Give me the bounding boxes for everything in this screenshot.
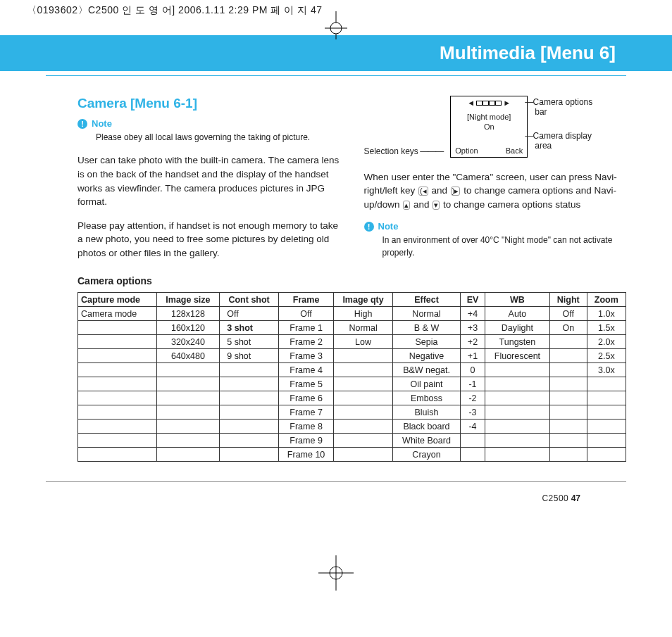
table-header: Cont shot xyxy=(220,293,279,307)
table-cell xyxy=(78,349,157,363)
night-mode-label: [Night mode] xyxy=(451,112,527,122)
table-cell: 2.5x xyxy=(587,349,626,363)
footer-model: C2500 xyxy=(542,493,568,503)
night-mode-value: On xyxy=(451,122,527,132)
nav-up-icon: ▴ xyxy=(403,201,410,210)
table-cell xyxy=(485,363,549,377)
table-cell xyxy=(220,377,279,391)
table-cell xyxy=(549,377,587,391)
table-cell xyxy=(334,377,393,391)
table-cell xyxy=(485,377,549,391)
table-header: Frame xyxy=(279,293,334,307)
note-label: Note xyxy=(378,221,399,232)
table-cell: 320x240 xyxy=(156,335,220,349)
table-header: Capture mode xyxy=(78,293,157,307)
table-cell: Crayon xyxy=(392,448,460,462)
table-header: Image size xyxy=(156,293,220,307)
table-cell: Frame 8 xyxy=(279,420,334,434)
table-cell: Auto xyxy=(485,307,549,321)
table-cell: Bluish xyxy=(392,405,460,420)
table-cell xyxy=(220,363,279,377)
table-cell xyxy=(334,349,393,363)
crop-mark-top xyxy=(0,17,672,35)
table-cell: +4 xyxy=(461,307,485,321)
softkey-back: Back xyxy=(506,146,523,155)
table-header: WB xyxy=(485,293,549,307)
table-cell xyxy=(461,434,485,448)
paragraph-3: When user enter the "Camera" screen, use… xyxy=(364,170,627,212)
table-row: Frame 10Crayon xyxy=(78,448,626,462)
table-cell xyxy=(156,363,220,377)
arrow-right-icon: ► xyxy=(503,99,511,107)
paragraph-2: Please pay attention, if handset is not … xyxy=(77,219,340,260)
table-cell: 0 xyxy=(461,363,485,377)
table-cell xyxy=(549,420,587,434)
table-cell xyxy=(549,448,587,462)
table-cell xyxy=(156,448,220,462)
table-header: EV xyxy=(461,293,485,307)
table-cell: 5 shot xyxy=(220,335,279,349)
nav-down-icon: ▾ xyxy=(433,201,440,210)
softkey-option: Option xyxy=(455,146,478,155)
table-row: 320x2405 shotFrame 2LowSepia+2Tungsten2.… xyxy=(78,335,626,349)
table-row: 640x4809 shotFrame 3Negative+1Fluorescen… xyxy=(78,349,626,363)
table-cell: Frame 4 xyxy=(279,363,334,377)
arrow-left-icon: ◄ xyxy=(467,99,475,107)
note-text-1: Please obey all local laws governing the… xyxy=(96,132,340,144)
table-cell xyxy=(220,448,279,462)
table-cell: Frame 2 xyxy=(279,335,334,349)
table-cell xyxy=(156,377,220,391)
table-cell: -4 xyxy=(461,420,485,434)
table-cell: 2.0x xyxy=(587,335,626,349)
table-cell: Frame 6 xyxy=(279,391,334,405)
table-cell: Camera mode xyxy=(78,307,157,321)
table-cell xyxy=(78,405,157,420)
table-cell xyxy=(156,405,220,420)
table-cell: 1.0x xyxy=(587,307,626,321)
table-cell xyxy=(461,448,485,462)
table-cell: -1 xyxy=(461,377,485,391)
table-header: Image qty xyxy=(334,293,393,307)
table-cell: Frame 9 xyxy=(279,434,334,448)
crop-mark-bottom xyxy=(0,506,672,614)
note-label: Note xyxy=(92,118,112,129)
table-cell: 128x128 xyxy=(156,307,220,321)
table-cell: Off xyxy=(220,307,279,321)
camera-options-subhead: Camera options xyxy=(77,275,340,286)
table-cell: High xyxy=(334,307,393,321)
table-cell: Frame 1 xyxy=(279,321,334,335)
table-cell xyxy=(587,377,626,391)
table-cell: Frame 5 xyxy=(279,377,334,391)
info-icon: ! xyxy=(364,222,374,232)
table-cell xyxy=(549,363,587,377)
table-cell xyxy=(156,420,220,434)
table-cell: -2 xyxy=(461,391,485,405)
table-cell xyxy=(549,335,587,349)
table-cell: 160x120 xyxy=(156,321,220,335)
table-cell xyxy=(334,420,393,434)
table-cell xyxy=(549,391,587,405)
table-cell xyxy=(334,434,393,448)
table-cell: B & W xyxy=(392,321,460,335)
table-cell: Black board xyxy=(392,420,460,434)
table-cell: Frame 7 xyxy=(279,405,334,420)
table-row: Frame 4B&W negat.03.0x xyxy=(78,363,626,377)
table-cell xyxy=(485,434,549,448)
table-cell xyxy=(220,405,279,420)
table-cell: On xyxy=(549,321,587,335)
table-row: Camera mode128x128OffOffHighNormal+4Auto… xyxy=(78,307,626,321)
nav-right-icon: )▸ xyxy=(451,187,461,196)
info-icon: ! xyxy=(77,119,87,129)
nav-left-icon: (◂ xyxy=(418,187,428,196)
phone-screen-box: ◄ ► [Night mode] On Option Back xyxy=(450,96,528,158)
table-cell: Sepia xyxy=(392,335,460,349)
table-cell: +1 xyxy=(461,349,485,363)
left-column: Camera [Menu 6-1] ! Note Please obey all… xyxy=(77,96,340,291)
table-cell xyxy=(485,391,549,405)
footer-page-number: 47 xyxy=(571,493,580,503)
table-cell: +2 xyxy=(461,335,485,349)
chapter-title-bar: Multimedia [Menu 6] xyxy=(0,35,672,71)
table-cell xyxy=(587,434,626,448)
screen-diagram: Selection keys ◄ ► [Night mode] On Optio… xyxy=(364,96,627,158)
table-cell xyxy=(587,405,626,420)
